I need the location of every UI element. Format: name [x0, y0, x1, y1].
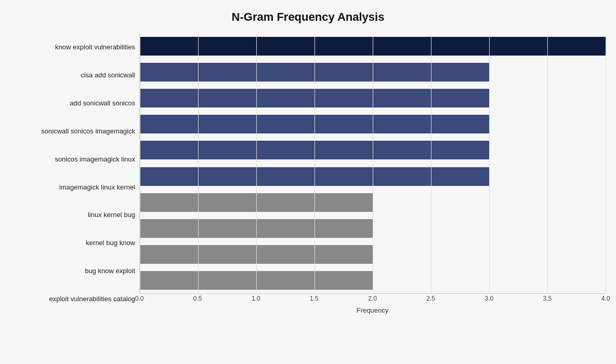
- x-ticks-row: 0.00.51.01.52.02.53.03.54.0: [139, 295, 606, 305]
- bar-row: [140, 113, 606, 135]
- bar-row: [140, 192, 606, 213]
- bar: [140, 167, 489, 186]
- x-tick: 2.0: [368, 295, 377, 302]
- y-label: know exploit vulnerabilities: [55, 43, 135, 51]
- bar-row: [140, 269, 606, 291]
- bar: [140, 141, 489, 159]
- chart-title: N-Gram Frequency Analysis: [10, 10, 606, 24]
- bar-row: [140, 218, 606, 239]
- chart-container: N-Gram Frequency Analysis know exploit v…: [0, 0, 616, 364]
- bar: [140, 245, 373, 264]
- y-label: exploit vulnerabilities catalog: [49, 295, 135, 303]
- y-label: add sonicwall sonicos: [70, 99, 135, 107]
- bar: [140, 193, 373, 212]
- bar: [140, 271, 373, 290]
- bar-row: [140, 244, 606, 265]
- grid-line: [606, 33, 606, 293]
- bar-row: [140, 87, 606, 109]
- x-tick: 1.5: [310, 295, 319, 302]
- chart-area: know exploit vulnerabilitiescisa add son…: [10, 33, 606, 314]
- bar-row: [140, 35, 606, 57]
- y-label: kernel bug know: [86, 239, 135, 247]
- bar: [140, 115, 489, 133]
- bar: [140, 219, 373, 238]
- x-tick: 4.0: [601, 295, 610, 302]
- bar: [140, 37, 606, 56]
- x-tick: 3.0: [484, 295, 493, 302]
- x-tick: 0.5: [193, 295, 202, 302]
- bar-row: [140, 139, 606, 161]
- y-label: sonicwall sonicos imagemagick: [41, 127, 135, 136]
- y-labels: know exploit vulnerabilitiescisa add son…: [10, 33, 139, 314]
- y-label: bug know exploit: [85, 267, 135, 275]
- y-label: imagemagick linux kernel: [59, 183, 135, 192]
- x-tick: 3.5: [543, 295, 552, 302]
- y-label: linux kernel bug: [88, 211, 135, 219]
- y-label: cisa add sonicwall: [81, 71, 135, 79]
- y-label: sonicos imagemagick linux: [55, 155, 135, 164]
- x-tick: 2.5: [426, 295, 435, 302]
- bar: [140, 89, 489, 107]
- bar-row: [140, 61, 606, 83]
- bar-row: [140, 166, 606, 187]
- x-axis-container: 0.00.51.01.52.02.53.03.54.0 Frequency: [139, 295, 606, 314]
- x-axis-label: Frequency: [139, 306, 606, 314]
- bar: [140, 63, 489, 82]
- bars-and-x: 0.00.51.01.52.02.53.03.54.0 Frequency: [139, 33, 606, 314]
- x-tick: 0.0: [135, 295, 144, 302]
- bars-section: [139, 33, 606, 294]
- x-tick: 1.0: [252, 295, 260, 302]
